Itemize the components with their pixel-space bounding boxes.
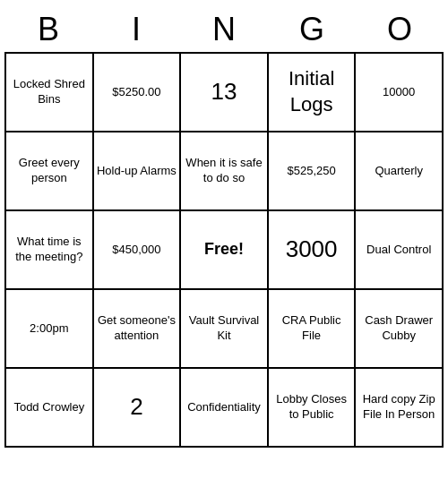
- bingo-cell-14: Dual Control: [356, 211, 444, 290]
- header-b: B: [4, 7, 92, 52]
- bingo-cell-17: Vault Survival Kit: [181, 290, 269, 369]
- bingo-cell-13: 3000: [269, 211, 357, 290]
- bingo-cell-21: 2: [94, 369, 182, 448]
- bingo-cell-20: Todd Crowley: [6, 369, 94, 448]
- bingo-cell-4: 10000: [356, 54, 444, 132]
- bingo-cell-15: 2:00pm: [6, 290, 94, 369]
- bingo-grid: Locked Shred Bins$5250.0013Initial Logs1…: [4, 52, 444, 448]
- bingo-cell-24: Hard copy Zip File In Person: [356, 369, 444, 448]
- bingo-cell-16: Get someone's attention: [94, 290, 182, 369]
- bingo-cell-11: $450,000: [94, 211, 182, 290]
- bingo-cell-3: Initial Logs: [269, 54, 357, 132]
- bingo-cell-2: 13: [181, 54, 269, 132]
- bingo-cell-12: Free!: [181, 211, 269, 290]
- header-o: O: [356, 7, 444, 52]
- header-n: N: [180, 7, 268, 52]
- bingo-card: B I N G O Locked Shred Bins$5250.0013Ini…: [4, 7, 444, 448]
- bingo-cell-7: When it is safe to do so: [181, 132, 269, 211]
- bingo-cell-19: Cash Drawer Cubby: [356, 290, 444, 369]
- bingo-header: B I N G O: [4, 7, 444, 52]
- bingo-cell-10: What time is the meeting?: [6, 211, 94, 290]
- header-i: I: [92, 7, 180, 52]
- bingo-cell-0: Locked Shred Bins: [6, 54, 94, 132]
- bingo-cell-9: Quarterly: [356, 132, 444, 211]
- bingo-cell-23: Lobby Closes to Public: [269, 369, 357, 448]
- bingo-cell-6: Hold-up Alarms: [94, 132, 182, 211]
- bingo-cell-22: Confidentiality: [181, 369, 269, 448]
- bingo-cell-8: $525,250: [269, 132, 357, 211]
- bingo-cell-18: CRA Public File: [269, 290, 357, 369]
- bingo-cell-5: Greet every person: [6, 132, 94, 211]
- header-g: G: [268, 7, 356, 52]
- bingo-cell-1: $5250.00: [94, 54, 182, 132]
